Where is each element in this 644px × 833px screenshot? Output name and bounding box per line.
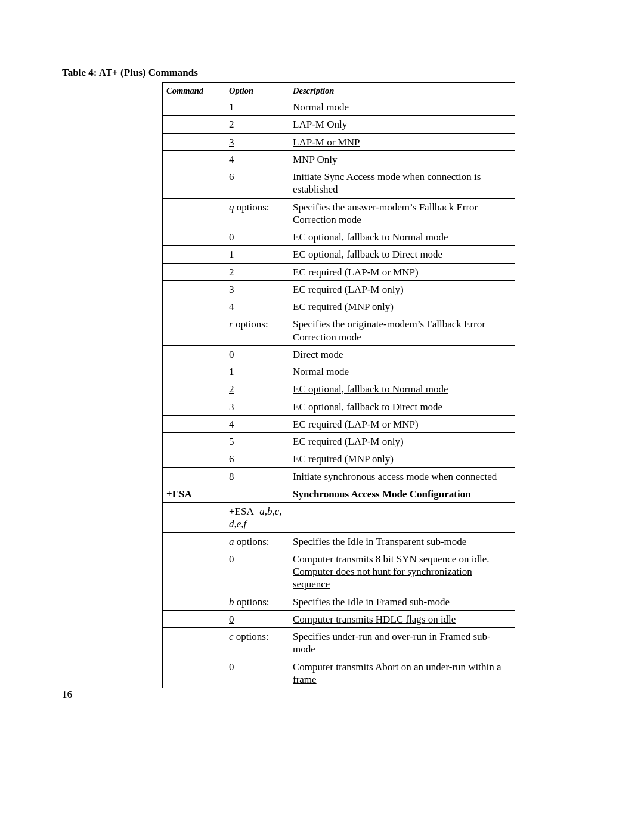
cell-option: 1 bbox=[225, 98, 289, 116]
table-row: 1Normal mode bbox=[163, 363, 515, 380]
table-row: a options:Specifies the Idle in Transpar… bbox=[163, 532, 515, 550]
cell-description: Specifies the originate-modem’s Fallback… bbox=[289, 315, 515, 346]
cell-description: MNP Only bbox=[289, 150, 515, 168]
table-row: 1EC optional, fallback to Direct mode bbox=[163, 246, 515, 263]
cell-option: 6 bbox=[225, 168, 289, 199]
cell-command bbox=[163, 450, 225, 467]
cell-description: LAP-M or MNP bbox=[289, 133, 515, 150]
cell-description: Normal mode bbox=[289, 98, 515, 116]
cell-option: 8 bbox=[225, 467, 289, 485]
cell-description: EC required (LAP-M only) bbox=[289, 433, 515, 450]
cell-option: 0 bbox=[225, 610, 289, 627]
table-row: c options:Specifies under-run and over-r… bbox=[163, 628, 515, 658]
table-row: 0EC optional, fallback to Normal mode bbox=[163, 228, 515, 246]
cell-command bbox=[163, 467, 225, 485]
page-number: 16 bbox=[62, 689, 72, 701]
cell-description: EC optional, fallback to Normal mode bbox=[289, 228, 515, 246]
cell-option: 2 bbox=[225, 116, 289, 133]
cell-command bbox=[163, 298, 225, 315]
cell-command bbox=[163, 658, 225, 688]
cell-description: EC optional, fallback to Normal mode bbox=[289, 380, 515, 398]
cell-command bbox=[163, 593, 225, 610]
cell-option: 1 bbox=[225, 363, 289, 380]
table-row: 4EC required (LAP-M or MNP) bbox=[163, 415, 515, 432]
table-header-row: Command Option Description bbox=[163, 83, 515, 98]
table-row: 2EC required (LAP-M or MNP) bbox=[163, 263, 515, 280]
cell-command bbox=[163, 380, 225, 398]
cell-description: EC required (MNP only) bbox=[289, 450, 515, 467]
table-row: +ESA=a,b,c,d,e,f bbox=[163, 503, 515, 533]
table-row: 0Computer transmits HDLC flags on idle bbox=[163, 610, 515, 627]
cell-command bbox=[163, 503, 225, 533]
cell-description: LAP-M Only bbox=[289, 116, 515, 133]
cell-description: EC required (LAP-M or MNP) bbox=[289, 263, 515, 280]
table-row: 6EC required (MNP only) bbox=[163, 450, 515, 467]
table-row: 1Normal mode bbox=[163, 98, 515, 116]
table-row: 4MNP Only bbox=[163, 150, 515, 168]
table-row: 8Initiate synchronous access mode when c… bbox=[163, 467, 515, 485]
cell-command bbox=[163, 628, 225, 658]
cell-description: EC optional, fallback to Direct mode bbox=[289, 246, 515, 263]
cell-command bbox=[163, 198, 225, 228]
cell-command bbox=[163, 280, 225, 298]
cell-command bbox=[163, 168, 225, 199]
commands-table: Command Option Description 1Normal mode2… bbox=[162, 82, 515, 688]
cell-description bbox=[289, 503, 515, 533]
table-row: 3EC optional, fallback to Direct mode bbox=[163, 398, 515, 415]
cell-command bbox=[163, 415, 225, 432]
cell-command bbox=[163, 363, 225, 380]
table-row: q options:Specifies the answer-modem’s F… bbox=[163, 198, 515, 228]
cell-description: Synchronous Access Mode Configuration bbox=[289, 485, 515, 502]
cell-command bbox=[163, 398, 225, 415]
cell-description: EC required (MNP only) bbox=[289, 298, 515, 315]
table-row: 0Direct mode bbox=[163, 345, 515, 363]
cell-command bbox=[163, 345, 225, 363]
table-row: 2LAP-M Only bbox=[163, 116, 515, 133]
cell-option: 0 bbox=[225, 658, 289, 688]
cell-command bbox=[163, 550, 225, 593]
cell-command bbox=[163, 116, 225, 133]
cell-description: Computer transmits 8 bit SYN sequence on… bbox=[289, 550, 515, 593]
cell-option: c options: bbox=[225, 628, 289, 658]
cell-command bbox=[163, 315, 225, 346]
cell-option: 6 bbox=[225, 450, 289, 467]
cell-option: 0 bbox=[225, 228, 289, 246]
cell-option: r options: bbox=[225, 315, 289, 346]
cell-option: 0 bbox=[225, 345, 289, 363]
cell-command bbox=[163, 263, 225, 280]
cell-description: EC required (LAP-M only) bbox=[289, 280, 515, 298]
cell-command bbox=[163, 98, 225, 116]
cell-command bbox=[163, 228, 225, 246]
cell-command bbox=[163, 433, 225, 450]
cell-option: 2 bbox=[225, 263, 289, 280]
cell-description: Computer transmits HDLC flags on idle bbox=[289, 610, 515, 627]
table-row: b options:Specifies the Idle in Framed s… bbox=[163, 593, 515, 610]
cell-command bbox=[163, 246, 225, 263]
cell-description: Initiate synchronous access mode when co… bbox=[289, 467, 515, 485]
table-row: 6Initiate Sync Access mode when connecti… bbox=[163, 168, 515, 199]
cell-description: Normal mode bbox=[289, 363, 515, 380]
cell-option: 4 bbox=[225, 150, 289, 168]
col-command: Command bbox=[163, 83, 225, 98]
cell-description: Specifies under-run and over-run in Fram… bbox=[289, 628, 515, 658]
col-description: Description bbox=[289, 83, 515, 98]
cell-option: b options: bbox=[225, 593, 289, 610]
table-row: 2EC optional, fallback to Normal mode bbox=[163, 380, 515, 398]
cell-option: 3 bbox=[225, 280, 289, 298]
cell-option: +ESA=a,b,c,d,e,f bbox=[225, 503, 289, 533]
table-row: 0Computer transmits Abort on an under-ru… bbox=[163, 658, 515, 688]
cell-command bbox=[163, 150, 225, 168]
cell-command bbox=[163, 133, 225, 150]
cell-option bbox=[225, 485, 289, 502]
cell-description: EC required (LAP-M or MNP) bbox=[289, 415, 515, 432]
table-row: 3LAP-M or MNP bbox=[163, 133, 515, 150]
cell-command: +ESA bbox=[163, 485, 225, 502]
cell-option: 1 bbox=[225, 246, 289, 263]
cell-option: a options: bbox=[225, 532, 289, 550]
cell-option: 5 bbox=[225, 433, 289, 450]
cell-description: Computer transmits Abort on an under-run… bbox=[289, 658, 515, 688]
cell-description: Initiate Sync Access mode when connectio… bbox=[289, 168, 515, 199]
cell-command bbox=[163, 610, 225, 627]
cell-option: 4 bbox=[225, 415, 289, 432]
cell-option: 4 bbox=[225, 298, 289, 315]
